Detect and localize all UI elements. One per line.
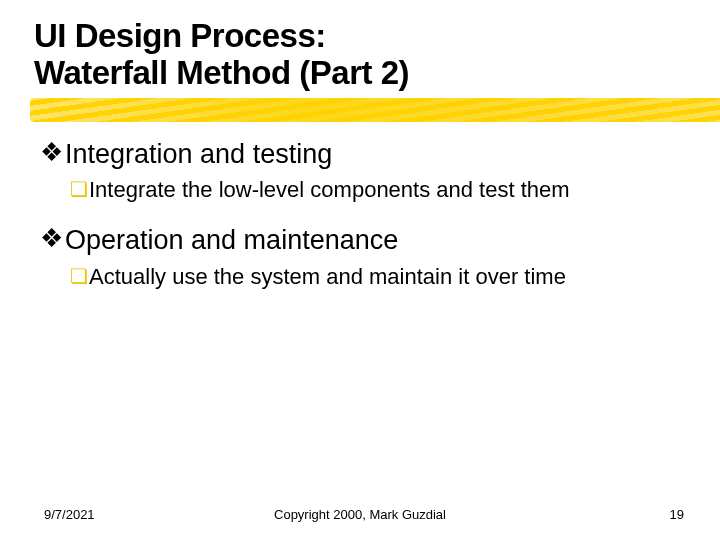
list-item-label: Integration and testing	[65, 138, 332, 170]
title-underline	[0, 98, 720, 124]
footer-date: 9/7/2021	[44, 507, 95, 522]
title-line-2: Waterfall Method (Part 2)	[34, 54, 409, 91]
diamond-bullet-icon: ❖	[40, 138, 63, 168]
footer-copyright: Copyright 2000, Mark Guzdial	[274, 507, 446, 522]
list-item: ❖ Integration and testing	[40, 138, 680, 170]
footer-page-number: 19	[670, 507, 684, 522]
sub-list-item: ❏ Integrate the low-level components and…	[70, 176, 680, 204]
yellow-scribble	[30, 98, 720, 122]
square-bullet-icon: ❏	[70, 176, 88, 202]
content-area: ❖ Integration and testing ❏ Integrate th…	[0, 124, 720, 291]
sub-list-item: ❏ Actually use the system and maintain i…	[70, 263, 680, 291]
title-line-1: UI Design Process:	[34, 17, 326, 54]
footer: 9/7/2021 Copyright 2000, Mark Guzdial 19	[0, 507, 720, 522]
list-item: ❖ Operation and maintenance	[40, 224, 680, 256]
square-bullet-icon: ❏	[70, 263, 88, 289]
sub-list-item-label: Integrate the low-level components and t…	[89, 176, 570, 204]
list-item-label: Operation and maintenance	[65, 224, 398, 256]
slide: UI Design Process: Waterfall Method (Par…	[0, 0, 720, 540]
sub-list-item-label: Actually use the system and maintain it …	[89, 263, 566, 291]
diamond-bullet-icon: ❖	[40, 224, 63, 254]
slide-title: UI Design Process: Waterfall Method (Par…	[0, 18, 720, 92]
